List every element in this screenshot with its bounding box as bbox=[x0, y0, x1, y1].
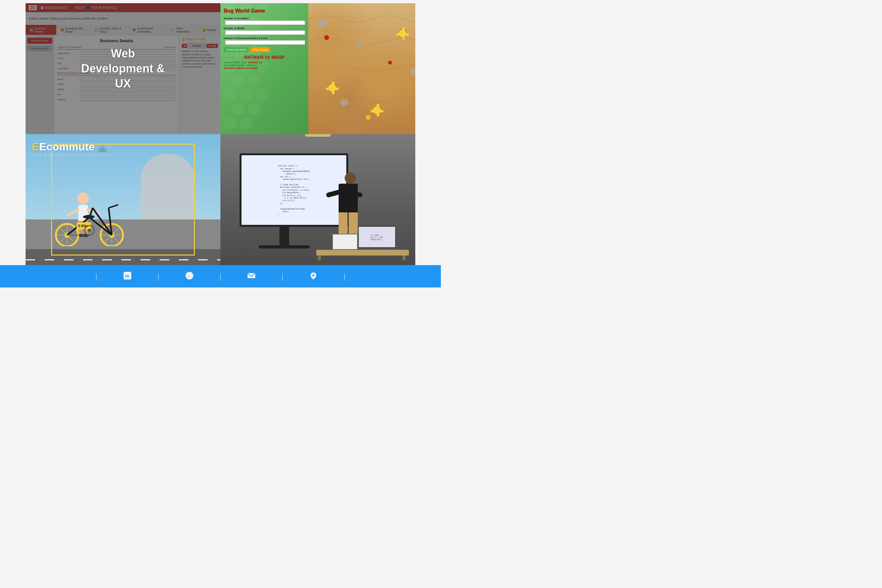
portfolio-item-bug-world[interactable]: Bug World Game Number of Ant-Mans Number… bbox=[220, 3, 415, 134]
location-link[interactable] bbox=[309, 271, 318, 281]
footer-divider-4: | bbox=[281, 272, 284, 281]
presentation-screen: function init() { var canvas = document.… bbox=[240, 153, 348, 227]
footer-divider-3: | bbox=[219, 272, 221, 281]
ant-1 bbox=[324, 35, 329, 40]
presentation-background: function init() { var canvas = document.… bbox=[220, 134, 415, 265]
bug-world-right-panel bbox=[308, 3, 416, 134]
bug-game-ui: Bug World Game Number of Ant-Mans Number… bbox=[220, 3, 308, 74]
bug-game-score-wasp: Score WASP: 1258.0 WASP: 4.0 bbox=[224, 64, 305, 66]
person-body bbox=[339, 184, 358, 212]
road-markings bbox=[26, 260, 220, 260]
svg-point-25 bbox=[83, 215, 94, 219]
table-surface bbox=[316, 250, 409, 255]
svg-line-26 bbox=[109, 205, 118, 208]
bug-game-scoreboard-title: ANTMAN Vs WASP Score Board bbox=[224, 67, 305, 69]
notebook bbox=[332, 234, 358, 250]
laptop-screen-display: // code... var x = 10; draw(ctx); bbox=[358, 226, 396, 248]
linkedin-link[interactable]: in bbox=[123, 271, 132, 281]
antman-input[interactable] bbox=[225, 21, 305, 25]
screen-code: function init() { var canvas = document.… bbox=[278, 165, 310, 215]
footer-divider-1: | bbox=[95, 272, 97, 281]
screen-base bbox=[259, 245, 310, 249]
portfolio-item-presentation[interactable]: function init() { var canvas = document.… bbox=[220, 134, 415, 265]
person-head bbox=[345, 172, 356, 184]
bug-game-field-food: Number of Food Sunflowers & Food bbox=[224, 37, 305, 45]
svg-text:in: in bbox=[125, 273, 129, 279]
footer-divider-2: | bbox=[158, 272, 159, 281]
food-input[interactable] bbox=[225, 40, 305, 45]
bug-game-score-antman: Score ANTMAN: 148.0 ANTMAN: 4.0 bbox=[224, 62, 305, 63]
footer-bar: | in | ⌂ | | | bbox=[0, 265, 441, 288]
screen-stand bbox=[279, 227, 289, 246]
wasp-input[interactable] bbox=[225, 30, 305, 35]
github-link[interactable]: ⌂ bbox=[185, 271, 194, 281]
play-pause-btn[interactable]: Play / Pause bbox=[250, 47, 270, 52]
ceiling-light bbox=[305, 134, 331, 137]
bug-game-buttons: Create Bug World Play / Pause bbox=[224, 47, 305, 52]
footer-divider-5: | bbox=[344, 272, 345, 281]
bug-world-left-panel: Bug World Game Number of Ant-Mans Number… bbox=[220, 3, 308, 134]
person-figure bbox=[342, 172, 358, 238]
portfolio-grid: 2S 📋 AGREEMENT ❓ HELP 👤 YOUR PROFILE Get… bbox=[0, 0, 441, 265]
svg-point-0 bbox=[77, 193, 89, 204]
svg-line-6 bbox=[67, 210, 78, 216]
bug-game-vs-text: ANTMAN Vs WASP bbox=[224, 55, 305, 60]
location-icon bbox=[309, 271, 318, 280]
wasp-1 bbox=[366, 115, 370, 120]
ant-2 bbox=[388, 61, 392, 64]
bug-game-field-antman: Number of Ant-Mans bbox=[224, 17, 305, 25]
linkedin-icon: in bbox=[123, 271, 132, 280]
portfolio-item-web-dev[interactable]: 2S 📋 AGREEMENT ❓ HELP 👤 YOUR PROFILE Get… bbox=[26, 3, 220, 134]
ecommute-main-title: EEcommute 🚲 bbox=[32, 141, 112, 153]
laptop-base bbox=[358, 248, 399, 250]
screen-content: function init() { var canvas = document.… bbox=[242, 155, 346, 225]
svg-point-38 bbox=[312, 274, 314, 276]
email-link[interactable] bbox=[247, 271, 256, 281]
email-icon bbox=[247, 271, 256, 280]
ecommute-tagline: AN E-BIKE REDEFINING COMMUTING bbox=[32, 154, 112, 157]
ecommute-title-area: EEcommute 🚲 AN E-BIKE REDEFINING COMMUTI… bbox=[32, 141, 112, 157]
svg-text:⌂: ⌂ bbox=[188, 273, 190, 278]
bike-svg: E-Bike bbox=[42, 176, 131, 246]
bug-game-field-wasp: Number of WASP bbox=[224, 27, 305, 35]
notebook-area bbox=[332, 234, 358, 250]
web-dev-title: Web Development & UX bbox=[74, 46, 172, 91]
svg-point-31 bbox=[88, 229, 91, 232]
bike-illustration: E-Bike bbox=[42, 176, 131, 248]
create-bug-world-btn[interactable]: Create Bug World bbox=[224, 47, 249, 52]
laptop-screen-content: // code... var x = 10; draw(ctx); bbox=[370, 233, 384, 242]
github-icon: ⌂ bbox=[185, 271, 194, 280]
portfolio-item-ecommute[interactable]: EEcommute 🚲 AN E-BIKE REDEFINING COMMUTI… bbox=[26, 134, 220, 265]
bug-game-title: Bug World Game bbox=[224, 8, 305, 14]
bike-emoji: 🚲 bbox=[98, 144, 106, 152]
ecommute-inner: EEcommute 🚲 AN E-BIKE REDEFINING COMMUTI… bbox=[26, 134, 220, 265]
laptop-area: // code... var x = 10; draw(ctx); bbox=[358, 226, 399, 250]
e-letter: E bbox=[32, 141, 39, 153]
sand-waves bbox=[308, 3, 416, 134]
sand-texture bbox=[308, 3, 416, 134]
